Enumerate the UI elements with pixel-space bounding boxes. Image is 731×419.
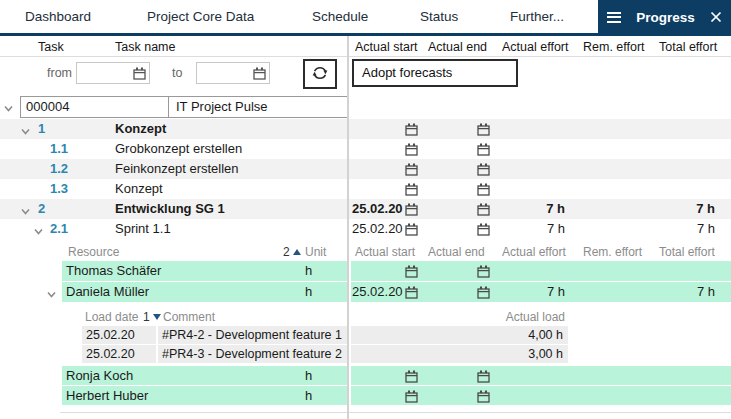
calendar-icon[interactable] (405, 222, 418, 235)
actual-start-value: 25.02.20 (352, 282, 403, 302)
calendar-icon[interactable] (477, 264, 490, 277)
tab-dashboard[interactable]: Dashboard (25, 0, 91, 33)
task-name[interactable]: Feinkonzept erstellen (115, 159, 239, 179)
actual-effort-value: 7 h (455, 219, 565, 239)
resource-row: Daniela Müller h 25.02.20 7 h 7 h (0, 282, 731, 302)
sort-indicator[interactable]: 1 (143, 308, 161, 326)
column-header-rem-effort[interactable]: Rem. effort (583, 40, 645, 54)
calendar-icon[interactable] (253, 66, 266, 79)
chevron-down-icon[interactable] (46, 286, 57, 297)
column-header-actual-start[interactable]: Actual start (355, 243, 415, 261)
adopt-forecasts-button[interactable]: Adopt forecasts (352, 59, 518, 87)
calendar-icon[interactable] (405, 264, 418, 277)
task-name[interactable]: Sprint 1.1 (115, 219, 171, 239)
resource-unit: h (305, 386, 312, 405)
calendar-icon[interactable] (405, 369, 418, 382)
column-header-resource[interactable]: Resource (68, 243, 119, 261)
column-header-comment[interactable]: Comment (163, 308, 215, 326)
calendar-icon[interactable] (477, 389, 490, 402)
actual-start-value: 25.02.20 (352, 199, 403, 219)
from-date-field (76, 62, 150, 84)
chevron-down-icon[interactable] (20, 123, 31, 134)
column-header-unit[interactable]: Unit (305, 243, 326, 261)
tab-further[interactable]: Further... (510, 0, 564, 33)
from-date-input[interactable] (79, 64, 133, 82)
task-name[interactable]: Konzept (115, 119, 166, 139)
refresh-icon (310, 63, 330, 86)
calendar-icon[interactable] (477, 142, 490, 155)
task-number[interactable]: 1.1 (50, 139, 68, 159)
resource-row: Ronja Koch h (0, 366, 731, 385)
task-name[interactable]: Entwicklung SG 1 (115, 199, 225, 219)
sort-indicator[interactable]: 2 (283, 243, 301, 261)
column-header-load-date[interactable]: Load date (85, 308, 138, 326)
close-icon[interactable] (710, 9, 722, 27)
column-header-actual-end[interactable]: Actual end (428, 40, 487, 54)
column-header-total-effort[interactable]: Total effort (659, 243, 715, 261)
task-number[interactable]: 2 (38, 199, 45, 219)
column-header-actual-end[interactable]: Actual end (428, 243, 485, 261)
refresh-button[interactable] (303, 59, 337, 89)
column-header-actual-load[interactable]: Actual load (455, 308, 565, 326)
menu-icon[interactable] (607, 12, 621, 23)
tab-status[interactable]: Status (420, 0, 458, 33)
project-id-field[interactable]: 000004 (21, 97, 169, 117)
sort-asc-icon (293, 249, 301, 255)
chevron-down-icon[interactable] (33, 223, 44, 234)
task-name[interactable]: Konzept (115, 179, 163, 199)
calendar-icon[interactable] (477, 162, 490, 175)
resource-header-row: Resource 2 Unit Actual start Actual end … (0, 241, 731, 259)
calendar-icon[interactable] (405, 122, 418, 135)
pane-divider (347, 36, 349, 419)
total-effort-value: 7 h (605, 282, 715, 302)
calendar-icon[interactable] (477, 182, 490, 195)
task-row: 1.3 Konzept (0, 179, 731, 199)
to-date-input[interactable] (199, 64, 253, 82)
task-number[interactable]: 1.3 (50, 179, 68, 199)
calendar-icon[interactable] (405, 182, 418, 195)
column-header-rem-effort[interactable]: Rem. effort (583, 243, 642, 261)
project-name-field[interactable]: IT Project Pulse (170, 97, 347, 117)
resource-name: Herbert Huber (66, 386, 148, 405)
resource-unit: h (305, 366, 312, 385)
total-effort-value: 7 h (605, 219, 715, 239)
column-header-actual-effort[interactable]: Actual effort (502, 40, 568, 54)
load-date-cell: 25.02.20 (82, 326, 156, 344)
progress-view: Dashboard Project Core Data Schedule Sta… (0, 0, 731, 419)
calendar-icon[interactable] (477, 122, 490, 135)
task-row: 1 Konzept (0, 119, 731, 139)
resource-unit: h (305, 282, 312, 302)
column-header-actual-effort[interactable]: Actual effort (502, 243, 566, 261)
load-comment-cell: #PR4-3 - Development feature 2 - (158, 345, 347, 363)
column-header-actual-start[interactable]: Actual start (355, 40, 418, 54)
filter-to-label: to (172, 66, 182, 80)
calendar-icon[interactable] (405, 162, 418, 175)
header-divider (0, 56, 731, 57)
chevron-down-icon[interactable] (20, 203, 31, 214)
task-number[interactable]: 1.2 (50, 159, 68, 179)
task-row: 1.1 Grobkonzept erstellen (0, 139, 731, 159)
resource-row: Herbert Huber h (0, 386, 731, 405)
calendar-icon[interactable] (405, 285, 418, 298)
tab-bar: Dashboard Project Core Data Schedule Sta… (0, 0, 731, 36)
chevron-down-icon[interactable] (3, 100, 14, 111)
column-header-task-name[interactable]: Task name (115, 40, 175, 54)
tab-schedule[interactable]: Schedule (312, 0, 368, 33)
task-number[interactable]: 2.1 (50, 219, 68, 239)
actual-effort-value: 7 h (455, 199, 565, 219)
total-effort-value: 7 h (605, 199, 715, 219)
calendar-icon[interactable] (477, 369, 490, 382)
tab-project-core-data[interactable]: Project Core Data (147, 0, 254, 33)
task-name[interactable]: Grobkonzept erstellen (115, 139, 242, 159)
task-number[interactable]: 1 (38, 119, 45, 139)
calendar-icon[interactable] (405, 389, 418, 402)
column-header-task[interactable]: Task (38, 40, 64, 54)
calendar-icon[interactable] (133, 66, 146, 79)
column-header-total-effort[interactable]: Total effort (659, 40, 717, 54)
tab-progress[interactable]: Progress (598, 0, 731, 36)
calendar-icon[interactable] (405, 142, 418, 155)
actual-start-value: 25.02.20 (352, 219, 403, 239)
load-comment-cell: #PR4-2 - Development feature 1 - (158, 326, 347, 344)
calendar-icon[interactable] (405, 202, 418, 215)
bottom-divider (60, 412, 731, 413)
